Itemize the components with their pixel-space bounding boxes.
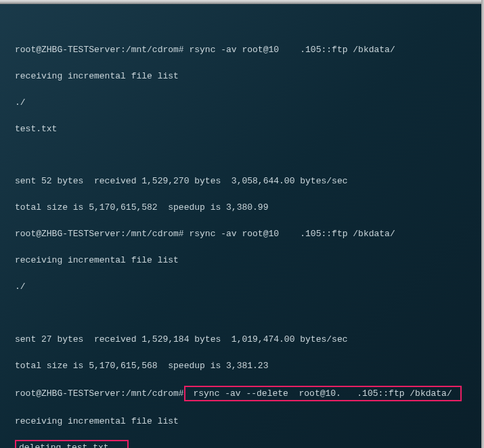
highlighted-command: rsync -av --delete root@10. .105::ftp /b… [184,386,462,402]
terminal-line: test.txt [15,122,469,136]
terminal-line: sent 27 bytes received 1,529,184 bytes 1… [15,333,469,346]
terminal-line [15,149,469,162]
terminal-line: receiving incremental file list [15,70,469,83]
terminal-line: ./ [15,96,469,110]
terminal-line [15,307,469,319]
terminal-output[interactable]: root@ZHBG-TESTServer:/mnt/cdrom# rsync -… [1,1,483,448]
terminal-line: root@ZHBG-TESTServer:/mnt/cdrom# rsync -… [15,227,469,241]
terminal-line: root@ZHBG-TESTServer:/mnt/cdrom# rsync -… [15,43,469,57]
terminal-line: sent 52 bytes received 1,529,270 bytes 3… [15,175,469,188]
terminal-line: root@ZHBG-TESTServer:/mnt/cdrom# rsync -… [15,386,469,402]
window-right-border [481,0,484,448]
terminal-line: total size is 5,170,615,582 speedup is 3… [15,201,469,215]
terminal-line: total size is 5,170,615,568 speedup is 3… [15,359,469,373]
terminal-line: deleting test.txt [15,441,469,449]
highlighted-deletion: deleting test.txt [15,440,129,449]
terminal-line: receiving incremental file list [15,415,469,428]
prompt-text: root@ZHBG-TESTServer:/mnt/cdrom# [15,388,184,399]
window-top-border [0,0,484,4]
terminal-line: ./ [15,280,469,294]
terminal-line: receiving incremental file list [15,254,469,267]
